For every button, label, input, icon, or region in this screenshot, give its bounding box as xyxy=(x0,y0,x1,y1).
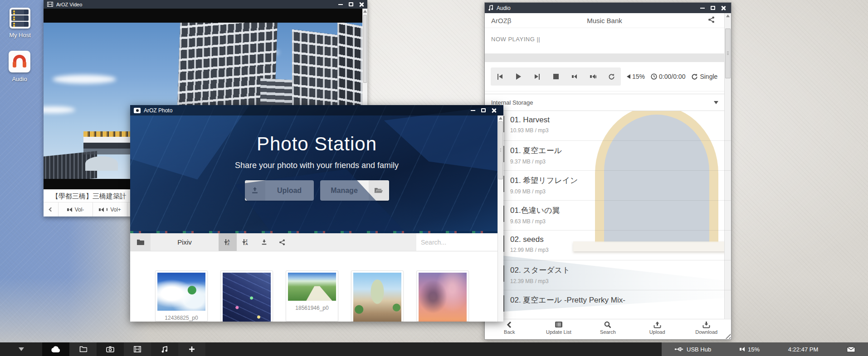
film-icon xyxy=(134,346,141,352)
nav-update-list[interactable]: Update List xyxy=(534,319,584,339)
photo-thumbnail xyxy=(353,273,401,322)
share-button[interactable] xyxy=(273,233,291,251)
scroll-up-icon xyxy=(363,10,367,13)
share-button[interactable] xyxy=(708,16,715,25)
track-row[interactable]: 01. 希望リフレイン 9.09 MB / mp3 xyxy=(503,171,731,201)
nav-upload[interactable]: Upload xyxy=(633,319,682,339)
audio-titlebar[interactable]: Audio xyxy=(485,3,731,13)
photo-titlebar[interactable]: ArOZ Photo xyxy=(130,105,503,115)
search-input[interactable] xyxy=(421,239,503,246)
play-button[interactable] xyxy=(509,67,528,86)
stop-button[interactable] xyxy=(546,67,565,86)
photo-scrollbar[interactable] xyxy=(497,115,503,322)
photo-grid: 12436825_p0 18561946_p0 xyxy=(130,251,503,322)
volume-up-button[interactable] xyxy=(584,67,602,86)
download-button[interactable] xyxy=(255,233,273,251)
track-row[interactable]: 02. seeds 12.99 MB / mp3 xyxy=(503,231,731,260)
desktop-icon-my-host[interactable]: My Host xyxy=(0,8,39,38)
window-title: ArOZ Video xyxy=(56,2,82,7)
photo-caption: 18561946_p0 xyxy=(288,305,336,311)
photo-card[interactable] xyxy=(416,270,469,322)
plus-icon xyxy=(189,346,195,352)
folder-icon xyxy=(79,346,87,352)
film-icon xyxy=(47,2,53,7)
usb-icon xyxy=(674,346,683,352)
taskbar-app-video[interactable] xyxy=(124,342,151,356)
volume-level[interactable]: 15% xyxy=(627,73,645,80)
storage-dropdown[interactable]: Internal Storage xyxy=(485,94,731,111)
previous-button[interactable] xyxy=(491,67,509,86)
minimize-button[interactable] xyxy=(471,110,475,111)
nav-download[interactable]: Download xyxy=(682,319,731,339)
minimize-button[interactable] xyxy=(338,4,343,5)
chevron-down-icon xyxy=(19,347,24,351)
play-mode-toggle[interactable]: Single xyxy=(691,73,717,80)
track-row[interactable]: 02. スターダスト 12.39 MB / mp3 xyxy=(503,260,731,290)
volume-down-button[interactable]: Vol- xyxy=(59,202,93,216)
clock[interactable]: 4:22:47 PM xyxy=(788,346,819,353)
now-playing-label: NOW PLAYING || xyxy=(485,28,731,53)
photo-card[interactable] xyxy=(351,270,404,322)
maximize-button[interactable] xyxy=(481,108,486,112)
photo-card[interactable]: 18561946_p0 xyxy=(286,270,338,322)
photo-card[interactable]: 12436825_p0 xyxy=(155,270,208,322)
video-titlebar[interactable]: ArOZ Video xyxy=(44,0,367,9)
track-row[interactable]: 01. Harvest 10.93 MB / mp3 xyxy=(503,111,731,141)
track-row[interactable]: 01.色違いの翼 9.63 MB / mp3 xyxy=(503,201,731,231)
taskbar-expand-button[interactable] xyxy=(0,342,42,356)
track-row[interactable]: 01. 夏空エール 9.37 MB / mp3 xyxy=(503,141,731,171)
taskbar-app-cloud[interactable] xyxy=(42,342,69,356)
list-icon xyxy=(555,321,563,328)
video-back-button[interactable] xyxy=(44,202,59,216)
speaker-icon xyxy=(740,347,745,351)
reload-button[interactable] xyxy=(602,67,621,86)
window-title: Audio xyxy=(497,5,511,11)
track-row[interactable]: 02. 夏空エール -Pretty Perky Mix- xyxy=(503,290,731,320)
volume-up-button[interactable]: Vol+ xyxy=(93,202,127,216)
photo-toolbar: Pixiv A Z Z A xyxy=(130,233,503,251)
minimize-button[interactable] xyxy=(700,8,705,9)
cloud-icon xyxy=(51,346,61,353)
close-button[interactable] xyxy=(492,108,496,113)
sort-za-button[interactable]: Z A xyxy=(237,233,255,251)
audio-bottom-nav: Back Update List Search Upload Download xyxy=(485,319,731,339)
audio-header: Music Bank ArOZβ xyxy=(485,13,731,28)
refresh-icon xyxy=(608,73,615,80)
scroll-up-icon xyxy=(499,117,502,120)
close-button[interactable] xyxy=(721,6,726,10)
upload-icon xyxy=(653,321,661,328)
speaker-loud-icon xyxy=(99,207,104,212)
taskbar-add-button[interactable] xyxy=(178,342,205,356)
sort-za-icon: Z A xyxy=(244,239,248,245)
nav-back[interactable]: Back xyxy=(485,319,534,339)
photo-card[interactable] xyxy=(220,270,273,322)
messages-button[interactable] xyxy=(847,346,855,352)
photo-thumbnail xyxy=(419,273,467,322)
photo-thumbnail xyxy=(223,273,271,322)
stop-icon xyxy=(553,74,559,79)
close-button[interactable] xyxy=(359,2,364,7)
maximize-button[interactable] xyxy=(711,6,715,10)
taskbar-app-files[interactable] xyxy=(69,342,97,356)
usb-status[interactable]: USB Hub xyxy=(674,346,711,353)
taskbar-app-photo[interactable] xyxy=(97,342,124,356)
volume-down-button[interactable] xyxy=(565,67,584,86)
desktop-icon-audio[interactable]: Audio xyxy=(0,51,39,82)
nav-search[interactable]: Search xyxy=(583,319,633,339)
folder-button[interactable] xyxy=(130,233,151,251)
search-icon xyxy=(604,321,611,328)
server-icon xyxy=(10,8,30,29)
search-box[interactable] xyxy=(416,233,503,251)
speaker-mini-icon xyxy=(627,74,630,79)
current-folder-label: Pixiv xyxy=(151,233,219,251)
photo-window: Photo Station Share your photo with your… xyxy=(130,105,503,322)
taskbar-spacer xyxy=(205,342,662,356)
back-icon xyxy=(506,321,512,328)
track-list: 01. Harvest 10.93 MB / mp3 01. 夏空エール 9.3… xyxy=(503,111,731,320)
volume-status[interactable]: 15% xyxy=(740,346,760,353)
taskbar-app-music[interactable] xyxy=(151,342,178,356)
progress-bar[interactable] xyxy=(485,53,731,62)
sort-az-button[interactable]: A Z xyxy=(219,233,237,251)
maximize-button[interactable] xyxy=(349,2,353,6)
next-button[interactable] xyxy=(528,67,546,86)
